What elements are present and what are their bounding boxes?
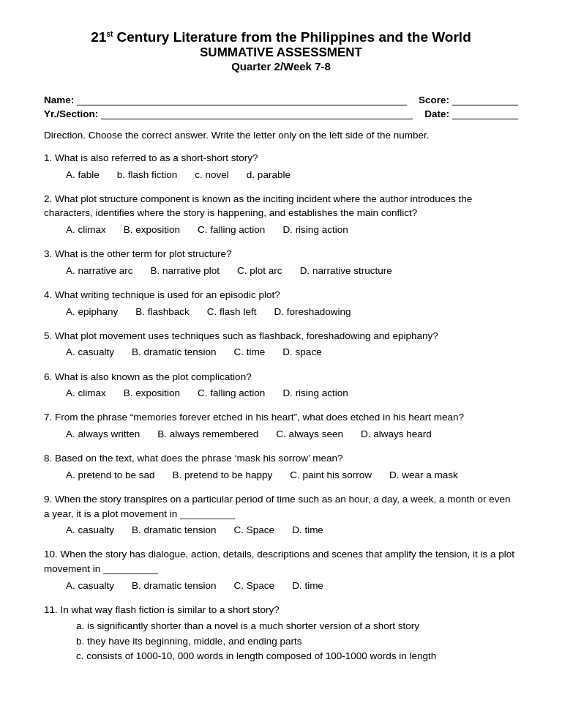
question-text: 10. When the story has dialogue, action,… [44,547,518,576]
question-text: 1. What is also referred to as a short-s… [44,151,518,166]
choice-item: D. foreshadowing [274,305,351,319]
choice-item: D. always heard [361,427,432,442]
choice-item: D. time [292,579,323,593]
choices-row: A. climaxB. expositionC. falling actionD… [44,223,518,237]
choice-item: D. narrative structure [300,264,392,278]
sub-choice-item: a. is significantly shorter than a novel… [76,619,518,634]
choice-item: B. always remembered [157,427,258,442]
choice-item: A. casualty [66,579,114,593]
question-text: 7. From the phrase “memories forever etc… [44,410,518,425]
choice-item: B. exposition [124,386,180,401]
choice-item: C. plot arc [237,264,282,278]
choice-item: A. epiphany [66,305,118,319]
question-block: 6. What is also known as the plot compli… [44,370,518,401]
question-text: 9. When the story transpires on a partic… [44,492,518,521]
choice-item: A. narrative arc [66,264,133,278]
question-block: 8. Based on the text, what does the phra… [44,451,518,483]
questions-container: 1. What is also referred to as a short-s… [44,151,518,664]
choice-item: B. dramatic tension [132,523,217,538]
choice-item: A. climax [66,386,106,401]
title-main: 21st Century Literature from the Philipp… [44,29,518,45]
yr-section-line [101,119,413,119]
question-block: 4. What writing technique is used for an… [44,288,518,319]
question-block: 2. What plot structure component is know… [44,192,518,237]
choice-item: B. exposition [124,223,180,237]
choice-item: d. parable [247,168,291,182]
yr-section-label: Yr./Section: [44,108,98,119]
choice-item: D. time [292,523,323,538]
sub-choice-item: b. they have its beginning, middle, and … [76,634,518,649]
choice-item: B. flashback [135,305,190,319]
question-text: 5. What plot movement uses techniques su… [44,329,518,343]
question-block: 3. What is the other term for plot struc… [44,247,518,278]
choices-row: A. pretend to be sadB. pretend to be hap… [44,468,518,483]
direction-text: Direction. Choose the correct answer. Wr… [44,130,518,141]
question-block: 1. What is also referred to as a short-s… [44,151,518,182]
choice-item: B. narrative plot [151,264,220,278]
choices-row: A. narrative arcB. narrative plotC. plot… [44,264,518,278]
question-text: 11. In what way flash fiction is similar… [44,603,518,617]
choice-item: B. pretend to be happy [173,468,273,483]
name-row: Name: Score: [44,94,518,105]
date-line [452,119,518,119]
yr-section-row: Yr./Section: Date: [44,108,518,119]
choice-item: C. Space [234,523,275,538]
choice-item: b. flash fiction [117,168,178,182]
choice-item: C. Space [234,579,275,593]
question-block: 10. When the story has dialogue, action,… [44,547,518,593]
page-header: 21st Century Literature from the Philipp… [44,29,518,73]
question-text: 2. What plot structure component is know… [44,192,518,220]
choice-item: C. falling action [198,223,265,237]
question-text: 4. What writing technique is used for an… [44,288,518,302]
choices-row: A. casualtyB. dramatic tensionC. timeD. … [44,345,518,360]
choice-item: c. novel [195,168,229,182]
title-sub: SUMMATIVE ASSESSMENT [44,45,518,60]
question-text: 3. What is the other term for plot struc… [44,247,518,261]
sub-choice-item: c. consists of 1000-10, 000 words in len… [76,649,518,664]
choices-row: A. casualtyB. dramatic tensionC. SpaceD.… [44,579,518,593]
title-main-text: Century Literature from the Philippines … [117,29,471,45]
question-block: 11. In what way flash fiction is similar… [44,603,518,664]
score-label: Score: [419,94,449,105]
choice-item: C. time [234,345,266,360]
choice-item: D. wear a mask [389,468,458,483]
choice-item: A. always written [66,427,140,442]
choice-item: C. always seen [276,427,343,442]
choice-item: D. rising action [282,386,348,401]
choice-item: D. rising action [282,223,348,237]
choice-item: B. dramatic tension [132,579,217,593]
title-quarter: Quarter 2/Week 7-8 [44,60,518,73]
question-text: 6. What is also known as the plot compli… [44,370,518,385]
sub-choices-list: a. is significantly shorter than a novel… [44,619,518,664]
choices-row: A. fableb. flash fictionc. noveld. parab… [44,168,518,182]
choice-item: A. casualty [66,523,114,538]
choice-item: A. climax [66,223,106,237]
choice-item: D. space [282,345,321,360]
form-fields: Name: Score: Yr./Section: Date: [44,94,518,119]
title-sup: st [106,30,113,38]
choice-item: B. dramatic tension [132,345,217,360]
choice-item: C. paint his sorrow [290,468,372,483]
question-block: 5. What plot movement uses techniques su… [44,329,518,360]
name-line [77,105,407,105]
choices-row: A. casualtyB. dramatic tensionC. SpaceD.… [44,523,518,538]
choice-item: C. falling action [198,386,265,401]
question-text: 8. Based on the text, what does the phra… [44,451,518,466]
question-block: 9. When the story transpires on a partic… [44,492,518,538]
choice-item: C. flash left [207,305,257,319]
choice-item: A. fable [66,168,100,182]
choices-row: A. always writtenB. always rememberedC. … [44,427,518,442]
question-block: 7. From the phrase “memories forever etc… [44,410,518,442]
name-label: Name: [44,94,74,105]
choices-row: A. epiphanyB. flashbackC. flash leftD. f… [44,305,518,319]
date-label: Date: [424,108,449,119]
choice-item: A. pretend to be sad [66,468,155,483]
score-line [452,105,518,105]
title-num: 21 [91,29,106,45]
choices-row: A. climaxB. expositionC. falling actionD… [44,386,518,401]
choice-item: A. casualty [66,345,114,360]
